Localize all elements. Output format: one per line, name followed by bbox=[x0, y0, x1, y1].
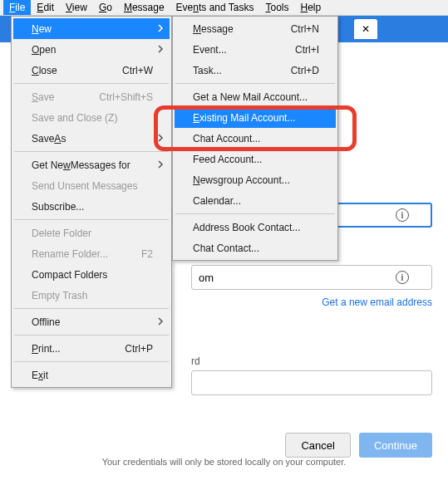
menubar: File Edit View Go Message Events and Tas… bbox=[0, 0, 448, 16]
menubar-item-edit[interactable]: Edit bbox=[31, 0, 60, 15]
button-bar: Cancel Continue bbox=[191, 433, 432, 458]
menu-item-get-new-mail-account[interactable]: Get a New Mail Account... bbox=[175, 86, 336, 107]
menu-item-save-as[interactable]: Save As bbox=[13, 128, 170, 149]
menu-item-new-task[interactable]: Task...Ctrl+D bbox=[175, 60, 336, 81]
menu-separator bbox=[14, 361, 169, 362]
email-field-row: i bbox=[191, 265, 419, 290]
menu-item-new-event[interactable]: Event...Ctrl+I bbox=[175, 39, 336, 60]
menu-item-chat-account[interactable]: Chat Account... bbox=[175, 128, 336, 149]
menu-item-save: SaveCtrl+Shift+S bbox=[13, 86, 170, 107]
menu-item-address-book-contact[interactable]: Address Book Contact... bbox=[175, 217, 336, 238]
chevron-right-icon bbox=[156, 23, 165, 35]
menu-item-compact-folders[interactable]: Compact Folders bbox=[13, 264, 170, 285]
menubar-item-view[interactable]: View bbox=[60, 0, 93, 15]
menu-item-feed-account[interactable]: Feed Account... bbox=[175, 149, 336, 169]
password-input[interactable] bbox=[191, 370, 432, 395]
chevron-right-icon bbox=[156, 133, 165, 144]
menu-separator bbox=[175, 83, 335, 84]
menu-item-rename-folder: Rename Folder...F2 bbox=[13, 243, 170, 264]
tab-close-button[interactable]: ✕ bbox=[354, 19, 377, 39]
menu-separator bbox=[175, 213, 335, 214]
menu-item-new[interactable]: New bbox=[13, 18, 170, 39]
continue-button[interactable]: Continue bbox=[359, 433, 432, 458]
menu-item-close[interactable]: CloseCtrl+W bbox=[13, 60, 170, 81]
cancel-button[interactable]: Cancel bbox=[285, 433, 350, 458]
menu-item-calendar[interactable]: Calendar... bbox=[175, 190, 336, 211]
menu-item-exit[interactable]: Exit bbox=[13, 365, 170, 385]
chevron-right-icon bbox=[156, 44, 165, 56]
chevron-right-icon bbox=[156, 316, 165, 328]
menu-item-delete-folder: Delete Folder bbox=[13, 223, 170, 243]
info-icon[interactable]: i bbox=[396, 271, 409, 284]
menu-separator bbox=[14, 335, 169, 336]
menubar-item-help[interactable]: Help bbox=[294, 0, 327, 15]
menu-item-open[interactable]: Open bbox=[13, 39, 170, 60]
menubar-item-events-tasks[interactable]: Events and Tasks bbox=[170, 0, 260, 15]
chevron-right-icon bbox=[156, 159, 165, 171]
menu-separator bbox=[14, 83, 169, 84]
menu-item-newsgroup-account[interactable]: Newsgroup Account... bbox=[175, 169, 336, 190]
menu-separator bbox=[14, 219, 169, 220]
menu-item-chat-contact[interactable]: Chat Contact... bbox=[175, 238, 336, 258]
menu-item-save-close: Save and Close (Z) bbox=[13, 107, 170, 128]
menubar-item-file[interactable]: File bbox=[3, 0, 31, 15]
get-new-email-link[interactable]: Get a new email address bbox=[191, 296, 432, 308]
close-icon: ✕ bbox=[362, 23, 370, 35]
menu-item-existing-mail-account[interactable]: Existing Mail Account... bbox=[175, 107, 336, 128]
menubar-item-message[interactable]: Message bbox=[118, 0, 170, 15]
file-menu: New Open CloseCtrl+W SaveCtrl+Shift+S Sa… bbox=[11, 16, 172, 388]
new-submenu: MessageCtrl+N Event...Ctrl+I Task...Ctrl… bbox=[172, 16, 338, 261]
menu-item-print[interactable]: Print...Ctrl+P bbox=[13, 338, 170, 359]
menubar-item-go[interactable]: Go bbox=[93, 0, 118, 15]
menu-separator bbox=[14, 308, 169, 309]
footer-text: Your credentials will only be stored loc… bbox=[0, 457, 448, 467]
password-label: rd bbox=[191, 355, 419, 367]
menu-item-get-new-messages[interactable]: Get New Messages for bbox=[13, 154, 170, 175]
menu-item-empty-trash: Empty Trash bbox=[13, 285, 170, 306]
menu-item-subscribe[interactable]: Subscribe... bbox=[13, 196, 170, 217]
menu-item-new-message[interactable]: MessageCtrl+N bbox=[175, 18, 336, 39]
menu-item-offline[interactable]: Offline bbox=[13, 311, 170, 332]
info-icon[interactable]: i bbox=[396, 208, 409, 222]
menu-separator bbox=[14, 151, 169, 152]
menubar-item-tools[interactable]: Tools bbox=[259, 0, 294, 15]
menu-item-send-unsent: Send Unsent Messages bbox=[13, 175, 170, 196]
